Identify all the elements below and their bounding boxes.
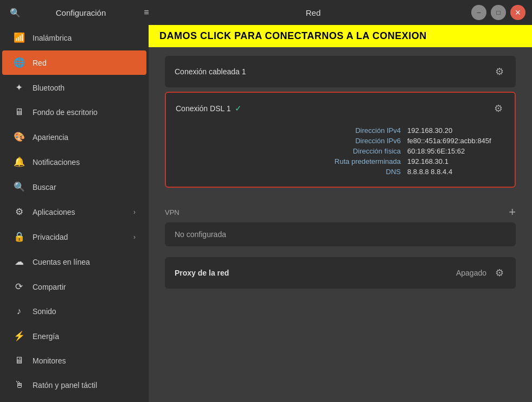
- app-title: Configuración: [29, 8, 132, 17]
- chevron-icon-aplicaciones: ›: [133, 208, 136, 216]
- bluetooth-icon: ✦: [13, 82, 25, 93]
- connection-row-dsl: Conexión DSL 1 ✓ ⚙: [166, 93, 515, 124]
- menu-icon: ≡: [144, 8, 149, 17]
- monitores-icon: 🖥: [13, 355, 25, 366]
- sidebar-label-red: Red: [33, 59, 136, 67]
- sidebar-item-privacidad[interactable]: 🔒Privacidad›: [2, 225, 146, 249]
- inalambrica-icon: 📶: [13, 32, 25, 43]
- sonido-icon: ♪: [13, 306, 25, 317]
- detail-row: Dirección física60:18:95:6E:15:62: [176, 147, 505, 155]
- sidebar-item-energia[interactable]: ⚡Energía: [2, 324, 146, 348]
- connection-row-cableada: Conexión cableada 1 ⚙: [165, 56, 516, 87]
- detail-value: 8.8.8.8 8.8.4.4: [407, 168, 505, 176]
- proxy-name: Proxy de la red: [175, 269, 229, 277]
- sidebar-item-cuentas[interactable]: ☁Cuentas en línea: [2, 250, 146, 274]
- detail-label: Dirección IPv6: [310, 137, 407, 145]
- vpn-label: VPN: [165, 208, 180, 216]
- sidebar-item-monitores[interactable]: 🖥Monitores: [2, 349, 146, 373]
- connection-name-cableada: Conexión cableada 1: [175, 67, 246, 76]
- window-title: Red: [155, 8, 471, 17]
- titlebar-left: 🔍 Configuración ≡: [7, 4, 155, 21]
- sidebar-item-notificaciones[interactable]: 🔔Notificaciones: [2, 150, 146, 174]
- check-icon: ✓: [235, 104, 242, 113]
- sidebar-item-fondo[interactable]: 🖥Fondo de escritorio: [2, 100, 146, 124]
- sidebar-label-inalambrica: Inalámbrica: [33, 34, 136, 42]
- sidebar-label-apariencia: Apariencia: [33, 133, 136, 142]
- aplicaciones-icon: ⚙: [13, 206, 25, 218]
- proxy-status: Apagado: [456, 269, 486, 277]
- dsl-name-text: Conexión DSL 1: [176, 104, 230, 113]
- connections-section: Conexión cableada 1 ⚙ Conexión DSL 1 ✓ ⚙…: [149, 47, 532, 201]
- titlebar: 🔍 Configuración ≡ Red – □ ✕: [0, 0, 532, 25]
- fondo-icon: 🖥: [13, 107, 25, 118]
- apariencia-icon: 🎨: [13, 131, 25, 143]
- sidebar-label-raton: Ratón y panel táctil: [33, 381, 136, 390]
- sidebar-label-fondo: Fondo de escritorio: [33, 108, 136, 117]
- sidebar-item-red[interactable]: 🌐Red: [2, 50, 146, 75]
- dsl-details: Dirección IPv4192.168.30.20Dirección IPv…: [166, 124, 515, 187]
- gear-button-cableada[interactable]: ⚙: [493, 63, 506, 80]
- add-vpn-button[interactable]: +: [509, 206, 516, 218]
- detail-label: Dirección física: [310, 147, 407, 155]
- connection-card-dsl[interactable]: Conexión DSL 1 ✓ ⚙ Dirección IPv4192.168…: [165, 92, 516, 188]
- proxy-right: Apagado ⚙: [456, 265, 506, 281]
- detail-row: Ruta predeterminada192.168.30.1: [176, 157, 505, 165]
- window-controls: – □ ✕: [471, 5, 525, 20]
- content-area: DAMOS CLICK PARA CONECTARNOS A LA CONEXI…: [149, 25, 532, 402]
- vpn-card: No configurada: [165, 222, 516, 246]
- energia-icon: ⚡: [13, 330, 25, 342]
- detail-value: 60:18:95:6E:15:62: [407, 147, 505, 155]
- sidebar-item-apariencia[interactable]: 🎨Apariencia: [2, 125, 146, 149]
- sidebar-label-aplicaciones: Aplicaciones: [33, 208, 126, 216]
- detail-label: Ruta predeterminada: [310, 157, 407, 165]
- menu-button[interactable]: ≡: [138, 4, 155, 21]
- sidebar-label-compartir: Compartir: [33, 283, 136, 291]
- sidebar: 📶Inalámbrica🌐Red✦Bluetooth🖥Fondo de escr…: [0, 25, 149, 402]
- detail-row: DNS8.8.8.8 8.8.4.4: [176, 168, 505, 176]
- sidebar-item-inalambrica[interactable]: 📶Inalámbrica: [2, 25, 146, 50]
- vpn-no-config: No configurada: [175, 230, 226, 239]
- maximize-button[interactable]: □: [491, 5, 506, 20]
- sidebar-label-monitores: Monitores: [33, 356, 136, 365]
- sidebar-item-aplicaciones[interactable]: ⚙Aplicaciones›: [2, 200, 146, 224]
- proxy-card: Proxy de la red Apagado ⚙: [165, 257, 516, 289]
- proxy-section: Proxy de la red Apagado ⚙: [149, 252, 532, 294]
- sidebar-label-privacidad: Privacidad: [33, 233, 126, 241]
- minimize-button[interactable]: –: [471, 5, 486, 20]
- sidebar-item-bluetooth[interactable]: ✦Bluetooth: [2, 75, 146, 100]
- sidebar-label-notificaciones: Notificaciones: [33, 158, 136, 167]
- vpn-section: VPN + No configurada: [149, 201, 532, 252]
- sidebar-item-buscar[interactable]: 🔍Buscar: [2, 175, 146, 199]
- detail-value: 192.168.30.20: [407, 126, 505, 135]
- notificaciones-icon: 🔔: [13, 156, 25, 168]
- sidebar-label-bluetooth: Bluetooth: [33, 84, 136, 92]
- privacidad-icon: 🔒: [13, 231, 25, 243]
- sidebar-label-cuentas: Cuentas en línea: [33, 258, 136, 266]
- raton-icon: 🖱: [13, 380, 25, 391]
- sidebar-item-compartir[interactable]: ⟳Compartir: [2, 275, 146, 299]
- detail-row: Dirección IPv6fe80::451a:6992:acbb:845f: [176, 137, 505, 145]
- connection-card-cableada[interactable]: Conexión cableada 1 ⚙: [165, 56, 516, 87]
- buscar-icon: 🔍: [13, 181, 25, 193]
- detail-label: DNS: [310, 168, 407, 176]
- sidebar-label-energia: Energía: [33, 332, 136, 341]
- detail-value: 192.168.30.1: [407, 157, 505, 165]
- chevron-icon-privacidad: ›: [133, 233, 136, 241]
- main-layout: 📶Inalámbrica🌐Red✦Bluetooth🖥Fondo de escr…: [0, 25, 532, 402]
- sidebar-item-raton[interactable]: 🖱Ratón y panel táctil: [2, 373, 146, 397]
- close-button[interactable]: ✕: [510, 5, 525, 20]
- connection-name-dsl: Conexión DSL 1 ✓: [176, 104, 242, 113]
- detail-row: Dirección IPv4192.168.30.20: [176, 126, 505, 135]
- gear-button-proxy[interactable]: ⚙: [493, 265, 506, 281]
- search-icon: 🔍: [10, 8, 21, 18]
- sidebar-label-buscar: Buscar: [33, 183, 136, 192]
- detail-label: Dirección IPv4: [310, 126, 407, 135]
- vpn-header: VPN +: [165, 206, 516, 218]
- sidebar-item-sonido[interactable]: ♪Sonido: [2, 299, 146, 323]
- annotation-banner: DAMOS CLICK PARA CONECTARNOS A LA CONEXI…: [149, 25, 532, 47]
- cuentas-icon: ☁: [13, 256, 25, 267]
- gear-button-dsl[interactable]: ⚙: [492, 100, 505, 117]
- red-icon: 🌐: [13, 57, 25, 68]
- detail-value: fe80::451a:6992:acbb:845f: [407, 137, 505, 145]
- search-button[interactable]: 🔍: [7, 4, 24, 21]
